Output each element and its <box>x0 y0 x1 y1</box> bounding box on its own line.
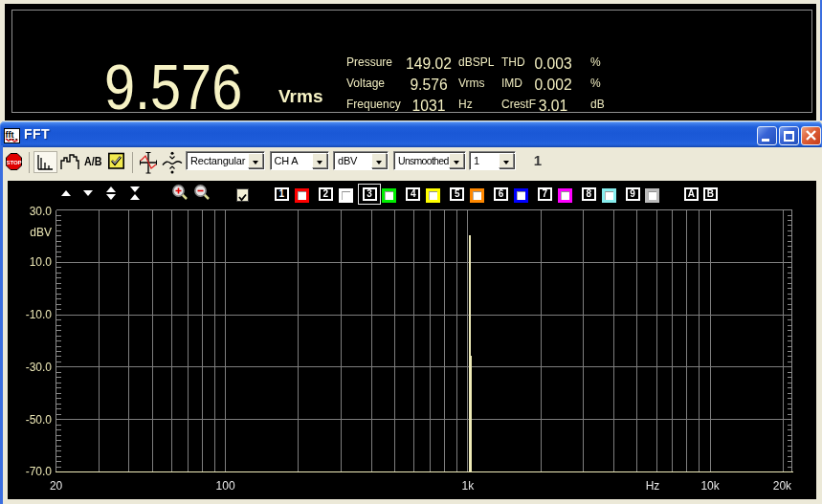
svg-text:STOP: STOP <box>6 160 21 165</box>
svg-text:-50.0: -50.0 <box>26 412 53 426</box>
svg-text:20k: 20k <box>773 478 792 492</box>
svg-text:-30.0: -30.0 <box>26 360 53 373</box>
svg-text:-10.0: -10.0 <box>26 308 53 321</box>
svg-text:30.0: 30.0 <box>30 204 53 217</box>
svg-text:fft: fft <box>6 130 14 140</box>
svg-text:10k: 10k <box>700 478 720 492</box>
svg-text:Hz: Hz <box>646 478 660 492</box>
svg-text:-70.0: -70.0 <box>26 465 53 478</box>
svg-text:dBV: dBV <box>30 226 52 239</box>
svg-text:10.0: 10.0 <box>30 255 53 269</box>
svg-text:1k: 1k <box>462 478 476 492</box>
svg-text:100: 100 <box>216 478 235 492</box>
svg-text:20: 20 <box>50 478 63 492</box>
